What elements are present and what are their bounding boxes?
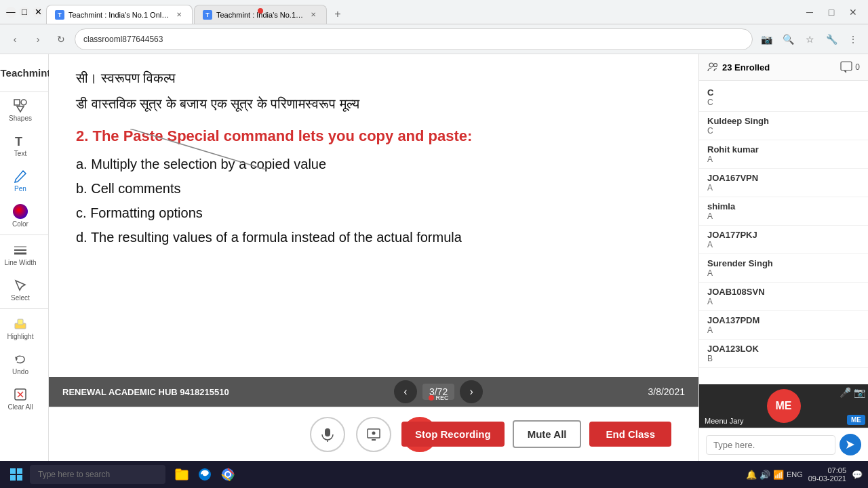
toolbar-divider-2 (0, 308, 48, 309)
shapes-label: Shapes (9, 115, 32, 122)
clear-all-icon (13, 387, 28, 402)
rec-text: REC (436, 394, 449, 401)
maximize-button[interactable]: □ (19, 7, 30, 18)
chat-input[interactable] (706, 435, 835, 455)
tab-close-1[interactable]: ✕ (174, 10, 184, 20)
send-icon (845, 439, 856, 450)
svg-point-24 (709, 63, 713, 67)
student-list-item: Rohit kumar A (699, 140, 868, 169)
option-c-label: c. (76, 205, 90, 220)
forward-button[interactable]: › (28, 30, 47, 49)
address-bar[interactable]: classrooml877644563 (75, 28, 753, 50)
student-list: C C Kuldeep Singh C Rohit kumar A JOA167… (699, 81, 868, 384)
toolbar-pen[interactable]: Pen (0, 163, 41, 198)
new-tab-button[interactable]: + (328, 5, 347, 24)
bookmark-icon[interactable]: ☆ (800, 30, 819, 49)
student-list-item: Surender Singh A (699, 254, 868, 283)
minimize-button[interactable]: — (5, 7, 16, 18)
answer-option-a: a. Multiply the selection by a copied va… (76, 154, 671, 174)
more-icon[interactable]: ⋮ (844, 30, 863, 49)
prev-slide-button[interactable]: ‹ (394, 380, 417, 403)
video-action-icon[interactable]: 📷 (757, 30, 776, 49)
end-class-button[interactable]: End Class (589, 422, 671, 447)
svg-rect-32 (17, 475, 22, 481)
next-slide-button[interactable]: › (460, 380, 483, 403)
taskbar-search[interactable] (30, 465, 165, 484)
screen-share-icon (366, 427, 381, 442)
option-b-text: Cell comments (91, 181, 180, 196)
extension-icon[interactable]: 🔧 (822, 30, 841, 49)
chat-icon-area[interactable]: 0 (840, 61, 860, 73)
enrolled-icon (707, 62, 718, 73)
student-list-item: JOA137PDM A (699, 311, 868, 340)
video-mute-icon[interactable]: 🎤 (840, 387, 851, 398)
hindi-text-2: डी वास्तविक सूत्र के बजाय एक सूत्र के पर… (76, 94, 671, 114)
student-name: JOA137PDM (707, 315, 860, 325)
svg-rect-26 (841, 62, 852, 70)
slide-content: सी। स्वरूपण विकल्प डी वास्तविक सूत्र के … (49, 54, 698, 377)
tab-1[interactable]: T Teachmint : India's No.1 Online t... ✕ (46, 5, 193, 24)
tab-close-2[interactable]: ✕ (309, 10, 318, 20)
win-close[interactable]: ✕ (844, 4, 863, 20)
network-icon[interactable]: 📶 (773, 470, 784, 480)
taskbar-app-chrome[interactable] (217, 464, 239, 485)
taskbar-right: 🔔 🔊 📶 ENG 07:05 09-03-2021 💬 (746, 466, 863, 483)
slide-nav: ‹ 3/72 REC › (394, 380, 483, 403)
answer-option-b: b. Cell comments (76, 178, 671, 199)
win-minimize[interactable]: ─ (800, 4, 819, 20)
option-c-text: Formatting options (90, 205, 203, 220)
color-icon (13, 204, 28, 219)
left-sidebar: T Teachmint Shapes T Text Pen (0, 54, 49, 461)
taskbar-app-explorer[interactable] (171, 464, 193, 485)
date-display: 09-03-2021 (808, 474, 846, 483)
zoom-action-icon[interactable]: 🔍 (778, 30, 797, 49)
toolbar-text[interactable]: T Text (0, 127, 41, 163)
stop-recording-button[interactable]: Stop Recording (401, 422, 505, 447)
student-answer: A (707, 268, 860, 278)
toolbar-clear-all[interactable]: Clear All (0, 381, 41, 416)
screen-share-button[interactable] (356, 417, 391, 452)
question-header: 2. The Paste Special command lets you co… (76, 125, 671, 147)
taskbar-system-icons: 🔔 🔊 📶 ENG (746, 470, 803, 480)
student-name: JOAB108SVN (707, 287, 860, 297)
mute-all-button[interactable]: Mute All (513, 420, 582, 448)
student-name: Kuldeep Singh (707, 116, 860, 126)
rec-indicator: REC (429, 394, 449, 401)
tab-favicon-2: T (203, 10, 212, 20)
footer-date: 3/8/2021 (648, 386, 685, 397)
video-cam-icon[interactable]: 📷 (854, 387, 865, 398)
close-button[interactable]: ✕ (33, 7, 43, 18)
toolbar-highlight[interactable]: Highlight (0, 310, 41, 346)
microphone-button[interactable] (310, 417, 345, 452)
win-maximize[interactable]: □ (822, 4, 841, 20)
time-display: 07:05 (808, 466, 846, 474)
student-list-item: Kuldeep Singh C (699, 112, 868, 140)
taskbar-app-edge[interactable] (194, 464, 216, 485)
svg-point-38 (226, 472, 230, 476)
window-controls-right[interactable]: ─ □ ✕ (800, 4, 863, 20)
text-label: Text (14, 150, 26, 157)
tab-2[interactable]: T Teachmint : India's No.1 Onl... ✕ (194, 5, 327, 24)
toolbar-line-width[interactable]: Line Width (0, 237, 41, 272)
notification-icon[interactable]: 🔔 (746, 470, 757, 480)
toolbar-divider (0, 235, 48, 235)
window-controls[interactable]: — □ ✕ (5, 7, 43, 18)
slide-number: 3/72 REC (422, 384, 454, 400)
back-button[interactable]: ‹ (5, 30, 24, 49)
slide-container: सी। स्वरूपण विकल्प डी वास्तविक सूत्र के … (49, 54, 698, 407)
taskbar-notification-bell[interactable]: 💬 (852, 470, 863, 480)
edge-icon (197, 467, 212, 482)
lang-label: ENG (787, 470, 803, 479)
volume-icon[interactable]: 🔊 (760, 470, 770, 480)
toolbar-color[interactable]: Color (0, 198, 41, 233)
toolbar-shapes[interactable]: Shapes (0, 92, 41, 127)
tab-favicon-1: T (55, 10, 64, 20)
toolbar-select[interactable]: Select (0, 272, 41, 307)
chat-send-button[interactable] (840, 434, 861, 455)
chat-input-area (699, 428, 868, 461)
start-button[interactable] (5, 464, 27, 485)
logo-section: T Teachmint (0, 54, 48, 92)
toolbar-undo[interactable]: Undo (0, 346, 41, 381)
reload-button[interactable]: ↻ (52, 30, 71, 49)
me-badge: ME (847, 415, 865, 425)
